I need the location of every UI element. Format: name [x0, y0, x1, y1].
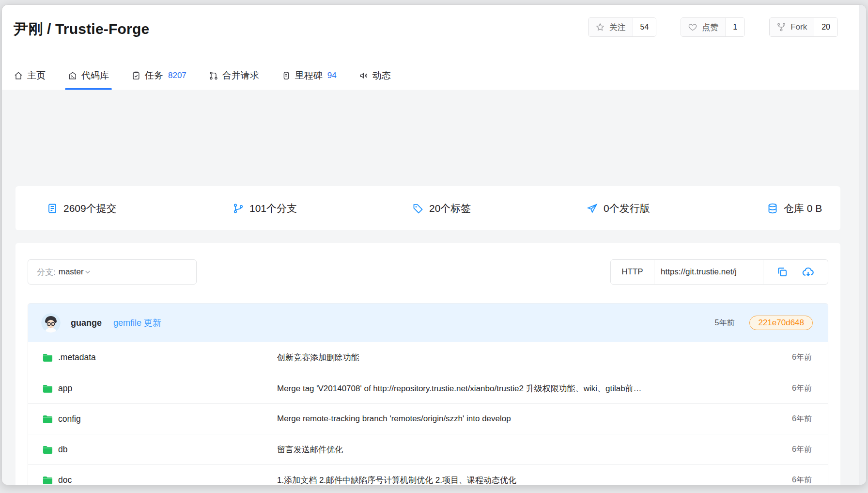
file-time: 6年前: [792, 383, 812, 394]
tab-merge-requests[interactable]: 合并请求: [209, 62, 259, 90]
stat-branches[interactable]: 101个分支: [232, 202, 297, 215]
page-title: 尹刚 / Trustie-Forge: [14, 19, 149, 39]
stat-repo-size[interactable]: 仓库 0 B: [767, 202, 822, 215]
folder-icon: [42, 352, 53, 363]
like-button[interactable]: 点赞 1: [681, 17, 745, 37]
speaker-icon: [359, 71, 369, 80]
branch-value: master: [59, 267, 84, 277]
cloud-download-icon[interactable]: [802, 266, 815, 279]
clone-url-input[interactable]: [654, 260, 763, 284]
page-background: 2609个提交 101个分支 20个标签 0个发行版: [2, 90, 859, 485]
repo-main-card: 分支: master HTTP: [16, 243, 840, 485]
commits-icon: [46, 203, 58, 214]
like-label: 点赞: [702, 22, 718, 33]
folder-icon: [42, 444, 53, 455]
file-row[interactable]: config Merge remote-tracking branch 'rem…: [28, 403, 828, 434]
file-row[interactable]: doc 1.添加文档 2.邮件中缺陷序号计算机制优化 2.项目、课程动态优化 6…: [28, 464, 828, 485]
tab-milestones[interactable]: 里程碑 94: [281, 62, 337, 90]
folder-icon: [42, 383, 53, 394]
commit-message-link[interactable]: gemfile 更新: [113, 317, 161, 329]
file-row[interactable]: .metadata 创新竞赛添加删除功能 6年前: [28, 342, 828, 373]
database-icon: [767, 203, 778, 214]
avatar[interactable]: [41, 313, 61, 333]
star-icon: [595, 22, 605, 32]
commit-time: 5年前: [715, 318, 735, 328]
tasks-icon: [131, 71, 141, 80]
home-icon: [14, 71, 23, 80]
repo-tabs: 主页 代码库 任务 8207 合并请求 里程碑 94: [14, 62, 391, 90]
tag-icon: [412, 203, 424, 214]
file-time: 6年前: [792, 475, 812, 485]
fork-count: 20: [814, 18, 837, 36]
watch-label: 关注: [609, 22, 626, 33]
repo-stats-bar: 2609个提交 101个分支 20个标签 0个发行版: [16, 186, 840, 230]
issues-count: 8207: [168, 71, 186, 80]
clone-url-group: HTTP: [610, 259, 828, 285]
branch-icon: [232, 203, 244, 214]
merge-request-icon: [209, 71, 218, 80]
file-list: guange gemfile 更新 5年前 221e70d648 .metada…: [28, 303, 828, 485]
file-commit-message[interactable]: Merge tag 'V20140708' of http://reposito…: [277, 383, 767, 394]
stat-tags[interactable]: 20个标签: [412, 202, 471, 215]
file-time: 6年前: [792, 445, 812, 455]
file-commit-message[interactable]: 留言发送邮件优化: [277, 444, 767, 455]
scrollbar[interactable]: [859, 5, 866, 485]
watch-button[interactable]: 关注 54: [588, 17, 657, 37]
like-count: 1: [725, 18, 744, 36]
latest-commit-bar: guange gemfile 更新 5年前 221e70d648: [28, 303, 828, 342]
branch-selector[interactable]: 分支: master: [28, 259, 197, 285]
commit-author[interactable]: guange: [71, 318, 102, 328]
chevron-down-icon: [84, 268, 92, 276]
tab-home[interactable]: 主页: [14, 62, 46, 90]
branch-label: 分支:: [37, 267, 56, 278]
heart-icon: [688, 22, 698, 32]
file-commit-message[interactable]: 创新竞赛添加删除功能: [277, 352, 767, 363]
stat-commits[interactable]: 2609个提交: [46, 202, 117, 215]
code-repo-icon: [68, 71, 78, 80]
milestones-count: 94: [327, 71, 337, 80]
file-time: 6年前: [792, 352, 812, 363]
tab-code[interactable]: 代码库: [68, 62, 109, 90]
folder-icon: [42, 475, 53, 486]
tab-issues[interactable]: 任务 8207: [131, 62, 186, 90]
app-window: 尹刚 / Trustie-Forge 关注 54 点赞 1: [1, 4, 867, 485]
paper-plane-icon: [587, 203, 598, 214]
header-actions: 关注 54 点赞 1 Fork 20: [588, 17, 838, 37]
milestone-icon: [281, 71, 291, 80]
repo-toolbar: 分支: master HTTP: [28, 259, 828, 285]
watch-count: 54: [633, 18, 656, 36]
file-row[interactable]: app Merge tag 'V20140708' of http://repo…: [28, 373, 828, 403]
tab-activity[interactable]: 动态: [359, 62, 391, 90]
commit-hash-badge[interactable]: 221e70d648: [749, 316, 813, 330]
clone-protocol-select[interactable]: HTTP: [611, 260, 654, 284]
copy-icon[interactable]: [776, 266, 788, 278]
fork-icon: [776, 22, 786, 32]
file-row[interactable]: db 留言发送邮件优化 6年前: [28, 434, 828, 464]
file-commit-message[interactable]: Merge remote-tracking branch 'remotes/or…: [277, 414, 767, 424]
file-commit-message[interactable]: 1.添加文档 2.邮件中缺陷序号计算机制优化 2.项目、课程动态优化: [277, 475, 767, 486]
fork-button[interactable]: Fork 20: [769, 17, 838, 37]
folder-icon: [42, 413, 53, 425]
fork-label: Fork: [790, 22, 807, 32]
file-time: 6年前: [792, 414, 812, 424]
stat-releases[interactable]: 0个发行版: [587, 202, 650, 215]
